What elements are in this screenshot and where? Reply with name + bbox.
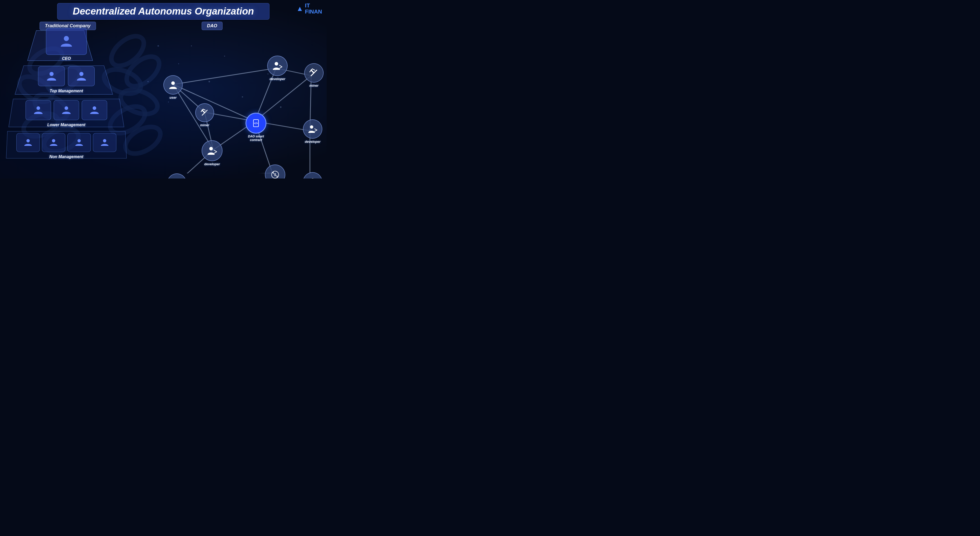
lower-management-layer: Lower Management: [13, 100, 120, 127]
dao-node-developer-right: developer: [303, 119, 322, 144]
ceo-layer: CEO: [38, 28, 94, 61]
svg-point-30: [65, 106, 68, 110]
non-management-label: Non Management: [49, 154, 83, 159]
svg-point-32: [27, 139, 30, 143]
svg-point-74: [275, 62, 278, 65]
svg-line-80: [312, 69, 315, 70]
svg-line-67: [201, 110, 202, 112]
svg-point-87: [311, 178, 314, 179]
developer-right-label: developer: [305, 140, 320, 144]
svg-line-66: [203, 109, 205, 110]
dao-node-user-right: user: [303, 172, 322, 179]
svg-line-64: [202, 110, 205, 113]
pyramid-area: CEO Top Management: [5, 28, 127, 171]
svg-point-27: [49, 72, 54, 76]
svg-line-38: [173, 68, 276, 84]
dao-node-developer-bottom: developer: [202, 140, 223, 166]
svg-point-29: [37, 106, 40, 110]
svg-point-26: [64, 36, 69, 41]
lower-management-label: Lower Management: [47, 123, 85, 127]
dao-contract-node: </> DAO smartcontract: [245, 113, 266, 142]
miner-mid-label: miner: [200, 123, 209, 127]
svg-line-75: [280, 65, 282, 67]
svg-point-68: [209, 147, 213, 151]
logo-icon: ▲: [296, 5, 304, 13]
svg-text:$: $: [274, 173, 276, 177]
ceo-label: CEO: [62, 56, 71, 61]
svg-line-78: [311, 70, 314, 73]
svg-line-76: [280, 67, 282, 68]
dao-node-developer-top: developer: [267, 56, 288, 81]
svg-point-62: [171, 81, 175, 85]
logo-text: IT FINAN: [305, 3, 322, 15]
user-top-label: user: [169, 96, 177, 100]
svg-point-28: [80, 72, 83, 76]
dao-node-miner-outer: miner: [304, 63, 324, 87]
dao-network-area: user miner: [130, 25, 324, 173]
svg-line-81: [310, 70, 311, 72]
svg-line-83: [315, 129, 317, 130]
developer-bottom-label: developer: [204, 162, 220, 166]
svg-line-69: [214, 150, 217, 152]
top-management-layer: Top Management: [25, 66, 107, 94]
dao-node-miner-mid: miner: [195, 103, 214, 127]
miner-outer-label: miner: [309, 84, 318, 87]
dao-node-user-top: user: [163, 75, 183, 100]
logo: ▲ IT FINAN: [296, 3, 322, 15]
svg-point-82: [310, 125, 313, 129]
svg-text:</>: </>: [254, 122, 258, 125]
main-title: Decentralized Autonomus Organization: [73, 6, 254, 17]
svg-line-70: [214, 152, 217, 153]
svg-point-31: [93, 106, 96, 110]
dao-node-user-bottom: user: [167, 173, 186, 179]
svg-point-34: [78, 139, 81, 143]
svg-line-84: [315, 130, 317, 131]
svg-point-35: [103, 139, 107, 143]
non-management-layer: Non Management: [5, 133, 127, 159]
main-title-container: Decentralized Autonomus Organization: [57, 3, 269, 20]
svg-point-33: [52, 139, 56, 143]
contract-label: DAO smartcontract: [248, 135, 264, 142]
dao-node-exchange: $ exchange: [265, 165, 285, 179]
svg-line-43: [179, 173, 272, 173]
developer-top-label: developer: [269, 77, 285, 81]
top-management-label: Top Management: [50, 89, 83, 94]
